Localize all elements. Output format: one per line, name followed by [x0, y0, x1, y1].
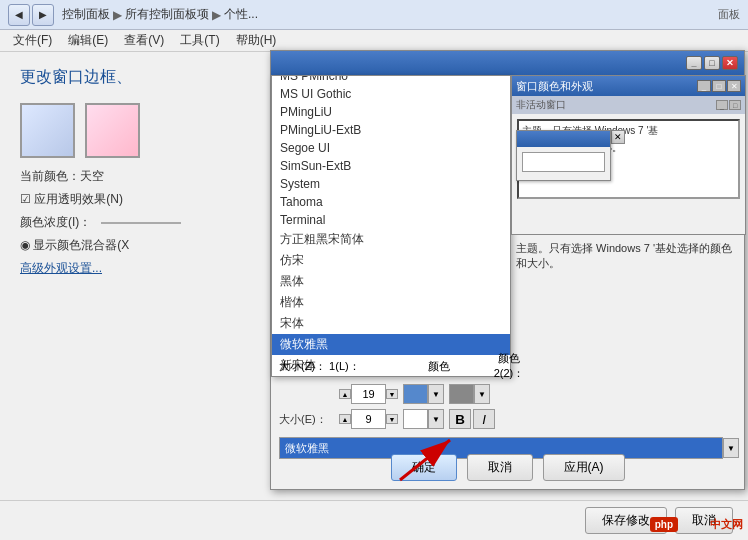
- font-list-item[interactable]: 仿宋: [272, 250, 510, 271]
- size-e-spin-up[interactable]: ▲: [339, 414, 351, 424]
- panel-label: 面板: [718, 7, 740, 22]
- dialog-actions: 确定 取消 应用(A): [271, 454, 744, 481]
- small-dialog: [516, 130, 611, 181]
- dialog-right-panel: 主题。只有选择 Windows 7 '基处选择的颜色和大小。: [511, 236, 741, 277]
- spin-up[interactable]: ▲: [339, 389, 351, 399]
- menu-view[interactable]: 查看(V): [116, 30, 172, 51]
- size-e-spinbox-down: ▼: [386, 414, 398, 424]
- small-dialog-content: [517, 147, 610, 180]
- font-list-item[interactable]: 宋体: [272, 313, 510, 334]
- font-list-item[interactable]: SimSun-ExtB: [272, 157, 510, 175]
- menu-tools[interactable]: 工具(T): [172, 30, 227, 51]
- color-swatch-pink[interactable]: [85, 103, 140, 158]
- appear-dialog: _ □ ✕ Lucida Sans UnicodeMalgun GothicMe…: [270, 50, 745, 490]
- breadcrumb-item-2[interactable]: 所有控制面板项: [125, 6, 209, 23]
- font-list-item[interactable]: 楷体: [272, 292, 510, 313]
- preview-min-btn[interactable]: _: [697, 80, 711, 92]
- menu-bar: 文件(F) 编辑(E) 查看(V) 工具(T) 帮助(H): [0, 30, 748, 52]
- slider-area[interactable]: [96, 222, 186, 224]
- nav-buttons: ◀ ▶: [8, 4, 54, 26]
- nav-bar: ◀ ▶ 控制面板 ▶ 所有控制面板项 ▶ 个性... 面板: [0, 0, 748, 30]
- breadcrumb-item-3[interactable]: 个性...: [224, 6, 258, 23]
- color-mixer-label: ◉ 显示颜色混合器(X: [20, 237, 129, 254]
- breadcrumb: 控制面板 ▶ 所有控制面板项 ▶ 个性...: [62, 6, 258, 23]
- preview-title: 窗口颜色和外观: [516, 79, 593, 94]
- ok-button[interactable]: 确定: [391, 454, 457, 481]
- font-list-item[interactable]: MS UI Gothic: [272, 85, 510, 103]
- italic-button[interactable]: I: [473, 409, 495, 429]
- color2-label: 颜色 2(2)：: [494, 352, 525, 379]
- size-z-spinbox: ▲: [339, 389, 351, 399]
- small-dialog-field: [522, 152, 605, 172]
- preview-max-btn[interactable]: □: [712, 80, 726, 92]
- bottom-bar: 保存修改 取消: [0, 500, 748, 540]
- size-e-spin-down[interactable]: ▼: [386, 414, 398, 424]
- size-z-input[interactable]: [351, 384, 386, 404]
- color-r-swatch[interactable]: [403, 409, 428, 429]
- font-list-item[interactable]: MS PMincho: [272, 76, 510, 85]
- preview-inactive-max: □: [729, 100, 741, 110]
- size-e-input[interactable]: [351, 409, 386, 429]
- size-z-header: 大小(Z)： 1(L)：: [279, 359, 399, 374]
- size-z-spinbox-down: ▼: [386, 389, 398, 399]
- slider-line: [101, 222, 181, 224]
- color-r-dropdown[interactable]: ▼: [428, 409, 444, 429]
- size-color-controls: 大小(Z)： 1(L)： 颜色 颜色 2(2)： ▲ ▼: [279, 351, 739, 462]
- minimize-button[interactable]: _: [686, 56, 702, 70]
- preview-inactive-bar: 非活动窗口 _ □: [512, 96, 745, 114]
- color-intensity-label: 颜色浓度(I)：: [20, 214, 91, 231]
- size-e-row: 大小(E)： ▲ ▼ ▼ B I: [279, 409, 739, 429]
- php-text: 中文网: [710, 517, 743, 532]
- breadcrumb-item-1[interactable]: 控制面板: [62, 6, 110, 23]
- font-list-item[interactable]: PMingLiU: [272, 103, 510, 121]
- preview-inactive-min: _: [716, 100, 728, 110]
- advanced-link[interactable]: 高级外观设置...: [20, 260, 102, 277]
- font-list-item[interactable]: System: [272, 175, 510, 193]
- bold-button[interactable]: B: [449, 409, 471, 429]
- size-z-value: 1(L)：: [329, 360, 360, 372]
- desc-text: 主题。只有选择 Windows 7 '基处选择的颜色和大小。: [516, 241, 736, 272]
- font-list-item[interactable]: PMingLiU-ExtB: [272, 121, 510, 139]
- color-swatch-2[interactable]: [449, 384, 474, 404]
- preview-titlebar-btns: _ □ ✕: [697, 80, 741, 92]
- font-list-item[interactable]: Terminal: [272, 211, 510, 229]
- color-headers-row: 大小(Z)： 1(L)： 颜色 颜色 2(2)：: [279, 351, 739, 381]
- maximize-button[interactable]: □: [704, 56, 720, 70]
- size-e-spinbox: ▲: [339, 414, 351, 424]
- size-e-label: 大小(E)：: [279, 412, 339, 427]
- dialog-titlebar: _ □ ✕: [271, 51, 744, 75]
- menu-help[interactable]: 帮助(H): [228, 30, 285, 51]
- size-z-row: ▲ ▼ ▼ ▼: [279, 384, 739, 404]
- back-button[interactable]: ◀: [8, 4, 30, 26]
- font-list[interactable]: Lucida Sans UnicodeMalgun GothicMeiryoMe…: [272, 76, 510, 376]
- spin-down[interactable]: ▼: [386, 389, 398, 399]
- size-z-label: 大小(Z)：: [279, 360, 326, 372]
- titlebar-controls: _ □ ✕: [686, 56, 738, 70]
- font-list-container: Lucida Sans UnicodeMalgun GothicMeiryoMe…: [271, 75, 511, 377]
- transparency-label: ☑ 应用透明效果(N): [20, 191, 123, 208]
- color-swatch-1[interactable]: [403, 384, 428, 404]
- menu-edit[interactable]: 编辑(E): [60, 30, 116, 51]
- php-badge: php: [650, 517, 678, 532]
- forward-button[interactable]: ▶: [32, 4, 54, 26]
- preview-close-btn[interactable]: ✕: [727, 80, 741, 92]
- close-button[interactable]: ✕: [722, 56, 738, 70]
- small-dialog-close[interactable]: ✕: [611, 130, 625, 144]
- color-dropdown-1[interactable]: ▼: [428, 384, 444, 404]
- color-dropdown-2[interactable]: ▼: [474, 384, 490, 404]
- color-col-header: 颜色: [399, 359, 479, 374]
- font-list-item[interactable]: 黑体: [272, 271, 510, 292]
- font-list-item[interactable]: Tahoma: [272, 193, 510, 211]
- current-color-label: 当前颜色：天空: [20, 168, 104, 185]
- font-list-item[interactable]: 方正粗黑宋简体: [272, 229, 510, 250]
- breadcrumb-sep-1: ▶: [113, 8, 122, 22]
- cancel-dialog-button[interactable]: 取消: [467, 454, 533, 481]
- color2-col-header: 颜色 2(2)：: [479, 351, 539, 381]
- menu-file[interactable]: 文件(F): [5, 30, 60, 51]
- apply-button[interactable]: 应用(A): [543, 454, 625, 481]
- color-label: 颜色: [428, 360, 450, 372]
- font-list-item[interactable]: Segoe UI: [272, 139, 510, 157]
- small-dialog-title: [517, 131, 610, 147]
- color-swatch-blue[interactable]: [20, 103, 75, 158]
- breadcrumb-sep-2: ▶: [212, 8, 221, 22]
